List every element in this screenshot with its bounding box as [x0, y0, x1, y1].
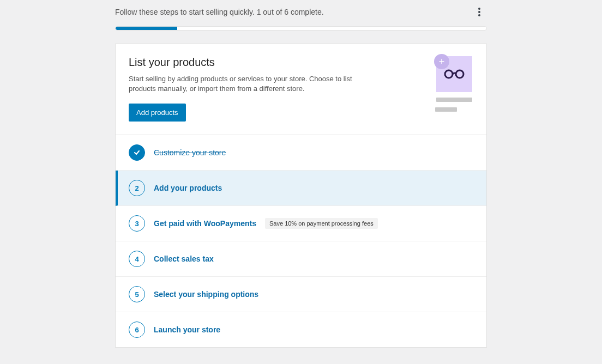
skeleton-line — [435, 107, 457, 112]
onboarding-card: List your products Start selling by addi… — [115, 44, 487, 348]
task-label: Launch your store — [154, 325, 220, 334]
task-row-5[interactable]: 5Select your shipping options — [116, 277, 486, 312]
task-row-6[interactable]: 6Launch your store — [116, 312, 486, 347]
card-header: List your products Start selling by addi… — [116, 44, 486, 135]
task-row-1[interactable]: Customize your store — [116, 135, 486, 171]
task-row-4[interactable]: 4Collect sales tax — [116, 241, 486, 277]
step-number: 5 — [129, 286, 145, 302]
step-number: 2 — [129, 180, 145, 196]
task-label: Select your shipping options — [154, 290, 258, 299]
task-label: Customize your store — [154, 148, 226, 157]
plus-icon: + — [434, 54, 449, 69]
progress-bar — [115, 26, 487, 31]
step-number: 4 — [129, 251, 145, 267]
svg-point-1 — [456, 70, 463, 78]
card-description: Start selling by adding products or serv… — [129, 74, 358, 94]
progress-text: Follow these steps to start selling quic… — [115, 8, 324, 16]
add-products-button[interactable]: Add products — [129, 104, 186, 122]
task-list: Customize your store2Add your products3G… — [116, 135, 486, 347]
task-row-3[interactable]: 3Get paid with WooPaymentsSave 10% on pa… — [116, 206, 486, 241]
progress-fill — [116, 27, 177, 30]
task-label: Collect sales tax — [154, 254, 214, 263]
svg-point-0 — [445, 70, 453, 78]
promo-badge: Save 10% on payment processing fees — [265, 218, 378, 229]
kebab-icon — [478, 11, 480, 13]
onboarding-header: Follow these steps to start selling quic… — [115, 5, 487, 26]
step-number: 3 — [129, 215, 145, 232]
glasses-icon — [443, 69, 465, 80]
check-icon — [129, 144, 145, 161]
step-number: 6 — [129, 321, 145, 338]
task-label: Get paid with WooPayments — [154, 219, 256, 228]
skeleton-line — [436, 98, 472, 102]
product-illustration: + — [435, 56, 473, 122]
task-label: Add your products — [154, 184, 222, 192]
card-title: List your products — [129, 56, 422, 69]
more-menu-button[interactable] — [473, 5, 486, 19]
task-row-2[interactable]: 2Add your products — [116, 171, 486, 206]
